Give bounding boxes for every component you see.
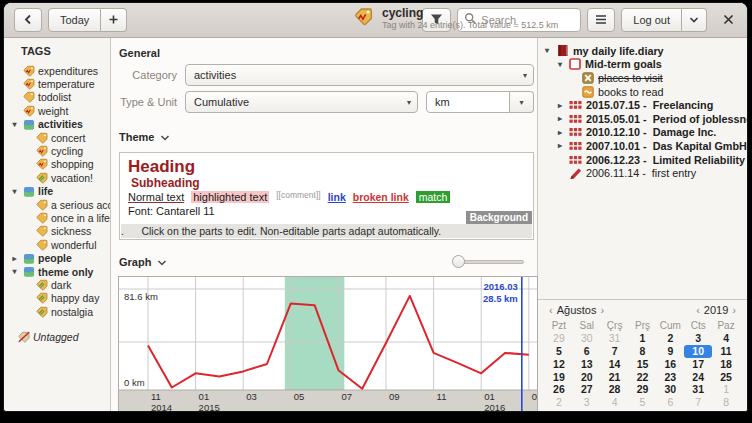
tag-item[interactable]: ▾theme only — [4, 265, 110, 278]
calendar-day[interactable]: 1 — [712, 383, 740, 396]
calendar-day[interactable]: 29 — [629, 383, 657, 396]
calendar-day[interactable]: 13 — [573, 358, 601, 371]
add-entry-button[interactable] — [101, 8, 127, 32]
calendar-day[interactable]: 14 — [601, 358, 629, 371]
calendar-day[interactable]: 23 — [656, 371, 684, 384]
calendar-day[interactable]: 17 — [684, 358, 712, 371]
calendar-day[interactable]: 15 — [629, 358, 657, 371]
tag-item[interactable]: vacation! — [4, 171, 110, 184]
prev-year-button[interactable]: ‹ — [692, 304, 704, 316]
calendar-day[interactable]: 12 — [545, 358, 573, 371]
calendar-day[interactable]: 9 — [656, 345, 684, 358]
logout-dropdown-button[interactable] — [682, 8, 707, 32]
tag-item[interactable]: shopping — [4, 158, 110, 171]
tag-item[interactable]: a serious acco... — [4, 198, 110, 211]
calendar-day[interactable]: 5 — [629, 396, 657, 409]
expander-closed-icon[interactable]: ▸ — [555, 114, 565, 123]
theme-normal-text-sample[interactable]: Normal text — [128, 191, 184, 203]
tag-item[interactable]: ▾life — [4, 185, 110, 198]
calendar-day[interactable]: 2 — [545, 396, 573, 409]
calendar-day[interactable]: 24 — [684, 371, 712, 384]
window-close-button[interactable] — [717, 9, 739, 31]
calendar-day[interactable]: 6 — [573, 345, 601, 358]
calendar-day[interactable]: 20 — [573, 371, 601, 384]
journal-tree-item[interactable]: ▸2015.07.15 - Freelancing — [538, 98, 747, 112]
calendar-day[interactable]: 7 — [684, 396, 712, 409]
tag-item[interactable]: temperature — [4, 77, 110, 90]
back-button[interactable] — [14, 8, 42, 32]
expander-chevron-icon[interactable] — [157, 253, 167, 271]
next-month-button[interactable]: › — [596, 304, 608, 316]
theme-match-sample[interactable]: match — [416, 191, 451, 203]
tag-item[interactable]: todolist — [4, 91, 110, 104]
tag-item[interactable]: weight — [4, 104, 110, 117]
calendar-day[interactable]: 30 — [656, 383, 684, 396]
unit-entry[interactable] — [426, 91, 510, 113]
calendar-day[interactable]: 27 — [573, 383, 601, 396]
calendar-day[interactable]: 7 — [601, 345, 629, 358]
slider-handle[interactable] — [452, 255, 465, 268]
category-combo[interactable]: activities ▾ — [185, 64, 534, 86]
tag-item[interactable]: ▾activities — [4, 118, 110, 131]
type-combo[interactable]: Cumulative ▾ — [185, 91, 418, 113]
unit-dropdown-button[interactable]: ▾ — [510, 91, 534, 113]
calendar-day-selected[interactable]: 10 — [684, 345, 712, 358]
expander-open-icon[interactable]: ▾ — [555, 60, 565, 69]
today-button[interactable]: Today — [48, 8, 101, 32]
calendar-day[interactable]: 16 — [656, 358, 684, 371]
expander-open-icon[interactable]: ▾ — [542, 46, 552, 55]
theme-subheading-sample[interactable]: Subheading — [131, 176, 525, 190]
tag-item[interactable]: ▸people — [4, 251, 110, 264]
prev-month-button[interactable]: ‹ — [545, 304, 557, 316]
expander-chevron-icon[interactable] — [160, 128, 170, 146]
journal-tree-item[interactable]: ▸2010.12.10 - Damage Inc. — [538, 126, 747, 140]
journal-tree-item[interactable]: 2006.11.14 - first entry — [538, 166, 747, 180]
graph-zoom-slider[interactable] — [452, 255, 524, 269]
expander-open-icon[interactable]: ▾ — [9, 120, 20, 129]
tag-item[interactable]: expenditures — [4, 64, 110, 77]
calendar-day[interactable]: 2 — [656, 332, 684, 345]
expander-open-icon[interactable]: ▾ — [9, 267, 20, 276]
journal-tree-item[interactable]: ▸2015.05.01 - Period of joblessness and … — [538, 112, 747, 126]
journal-tree-item[interactable]: ▸2007.10.01 - Das Kapital GmbH — [538, 139, 747, 153]
tag-item[interactable]: dark — [4, 278, 110, 291]
calendar-day[interactable]: 31 — [684, 383, 712, 396]
calendar-day[interactable]: 29 — [545, 332, 573, 345]
calendar-day[interactable]: 28 — [601, 383, 629, 396]
menu-button[interactable] — [587, 8, 615, 32]
logout-button[interactable]: Log out — [621, 8, 682, 32]
untagged-item[interactable]: Untagged — [4, 330, 110, 343]
journal-tree-item[interactable]: 2006.12.23 - Limited Reliability Co. — [538, 153, 747, 167]
calendar-day[interactable]: 4 — [712, 332, 740, 345]
journal-tree-item[interactable]: books to read — [538, 85, 747, 99]
calendar-day[interactable]: 22 — [629, 371, 657, 384]
tag-chart[interactable]: 11201401201503050709110120160381.6 km0 k… — [118, 276, 534, 412]
calendar-day[interactable]: 6 — [656, 396, 684, 409]
calendar-day[interactable]: 21 — [601, 371, 629, 384]
theme-preview[interactable]: Heading Subheading Normal text highlight… — [119, 152, 534, 240]
calendar-day[interactable]: 3 — [573, 396, 601, 409]
tag-item[interactable]: nostalgia — [4, 305, 110, 318]
expander-closed-icon[interactable]: ▸ — [555, 128, 565, 137]
theme-background-chip[interactable]: Background — [466, 211, 532, 224]
line-chart[interactable]: 11201401201503050709110120160381.6 km0 k… — [118, 276, 538, 412]
theme-heading-sample[interactable]: Heading — [128, 157, 525, 176]
journal-tree-item[interactable]: places to visit — [538, 71, 747, 85]
calendar-day[interactable]: 8 — [629, 345, 657, 358]
calendar-day[interactable]: 31 — [601, 332, 629, 345]
calendar-day[interactable]: 8 — [712, 396, 740, 409]
calendar-day[interactable]: 30 — [573, 332, 601, 345]
journal-tree-item[interactable]: ▾Mid-term goals — [538, 58, 747, 72]
calendar-day[interactable]: 3 — [684, 332, 712, 345]
tag-item[interactable]: happy day — [4, 292, 110, 305]
theme-highlight-sample[interactable]: highlighted text — [191, 191, 269, 203]
expander-closed-icon[interactable]: ▸ — [555, 141, 565, 150]
calendar-day[interactable]: 5 — [545, 345, 573, 358]
calendar-day[interactable]: 19 — [545, 371, 573, 384]
calendar-day[interactable]: 25 — [712, 371, 740, 384]
tag-item[interactable]: cycling — [4, 144, 110, 157]
expander-closed-icon[interactable]: ▸ — [555, 101, 565, 110]
tag-item[interactable]: once in a lifeti... — [4, 211, 110, 224]
journal-tree-item[interactable]: ▾my daily life.diary — [538, 44, 747, 58]
tag-item[interactable]: concert — [4, 131, 110, 144]
